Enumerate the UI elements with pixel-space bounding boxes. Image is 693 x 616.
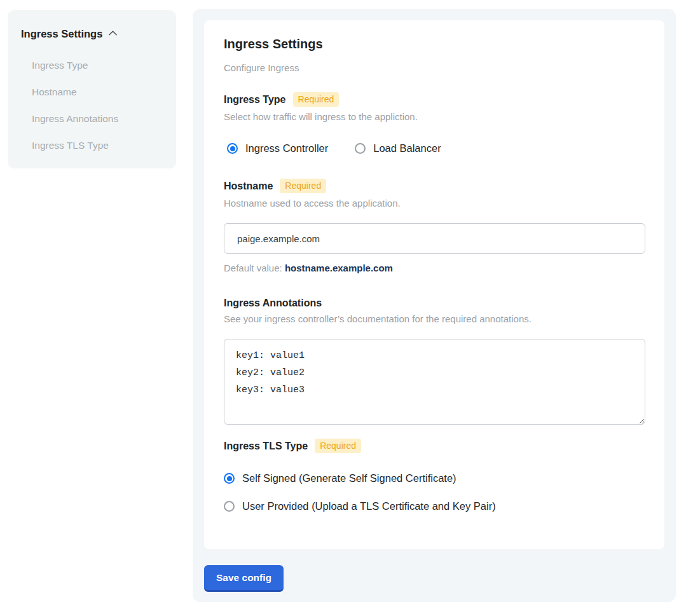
required-badge: Required xyxy=(315,439,361,453)
sidebar-item-ingress-tls-type[interactable]: Ingress TLS Type xyxy=(21,132,176,159)
sidebar-section-ingress-settings[interactable]: Ingress Settings xyxy=(21,27,176,41)
chevron-up-icon xyxy=(108,27,118,41)
required-badge: Required xyxy=(293,92,340,107)
hostname-input[interactable] xyxy=(224,223,645,254)
hostname-help: Hostname used to access the application. xyxy=(224,198,645,209)
hostname-default-prefix: Default value: xyxy=(224,263,285,273)
radio-ingress-controller[interactable]: Ingress Controller xyxy=(227,142,328,154)
page-title: Ingress Settings xyxy=(224,37,645,51)
hostname-label: Hostname xyxy=(224,181,273,192)
radio-selected-icon[interactable] xyxy=(227,143,238,154)
settings-sidebar: Ingress Settings Ingress Type Hostname I… xyxy=(8,10,176,168)
ingress-annotations-label: Ingress Annotations xyxy=(224,298,322,309)
radio-ingress-controller-label: Ingress Controller xyxy=(245,142,328,154)
sidebar-item-ingress-annotations[interactable]: Ingress Annotations xyxy=(21,106,176,132)
radio-load-balancer[interactable]: Load Balancer xyxy=(355,142,441,154)
sidebar-section-label: Ingress Settings xyxy=(21,28,102,40)
radio-user-provided-label: User Provided (Upload a TLS Certificate … xyxy=(242,500,496,512)
radio-self-signed[interactable]: Self Signed (Generate Self Signed Certif… xyxy=(224,472,645,484)
ingress-annotations-help: See your ingress controller’s documentat… xyxy=(224,313,645,324)
ingress-type-radio-group: Ingress Controller Load Balancer xyxy=(224,142,645,154)
radio-unselected-icon[interactable] xyxy=(355,143,366,154)
sidebar-item-ingress-type[interactable]: Ingress Type xyxy=(21,52,176,79)
hostname-default-value: Default value: hostname.example.com xyxy=(224,263,645,273)
ingress-settings-card: Ingress Settings Configure Ingress Ingre… xyxy=(204,20,664,549)
required-badge: Required xyxy=(280,179,326,193)
radio-selected-icon[interactable] xyxy=(224,473,235,484)
page-subtitle: Configure Ingress xyxy=(224,62,645,73)
ingress-tls-type-label: Ingress TLS Type xyxy=(224,441,308,452)
sidebar-item-list: Ingress Type Hostname Ingress Annotation… xyxy=(21,52,176,159)
field-group-hostname: Hostname Required Hostname used to acces… xyxy=(224,179,645,273)
radio-load-balancer-label: Load Balancer xyxy=(373,142,441,154)
ingress-tls-radio-group: Self Signed (Generate Self Signed Certif… xyxy=(224,472,645,512)
radio-unselected-icon[interactable] xyxy=(224,501,235,512)
save-config-button[interactable]: Save config xyxy=(204,565,284,592)
ingress-type-label: Ingress Type xyxy=(224,94,286,106)
ingress-settings-panel: Ingress Settings Configure Ingress Ingre… xyxy=(193,9,676,602)
sidebar-item-hostname[interactable]: Hostname xyxy=(21,79,176,106)
radio-self-signed-label: Self Signed (Generate Self Signed Certif… xyxy=(242,472,456,484)
field-group-ingress-tls-type: Ingress TLS Type Required Self Signed (G… xyxy=(224,439,645,512)
field-group-ingress-type: Ingress Type Required Select how traffic… xyxy=(224,92,645,154)
field-group-ingress-annotations: Ingress Annotations See your ingress con… xyxy=(224,298,645,425)
ingress-type-help: Select how traffic will ingress to the a… xyxy=(224,111,645,122)
hostname-default-strong: hostname.example.com xyxy=(285,263,393,273)
radio-user-provided[interactable]: User Provided (Upload a TLS Certificate … xyxy=(224,500,645,512)
ingress-annotations-textarea[interactable]: key1: value1 key2: value2 key3: value3 xyxy=(224,339,645,425)
